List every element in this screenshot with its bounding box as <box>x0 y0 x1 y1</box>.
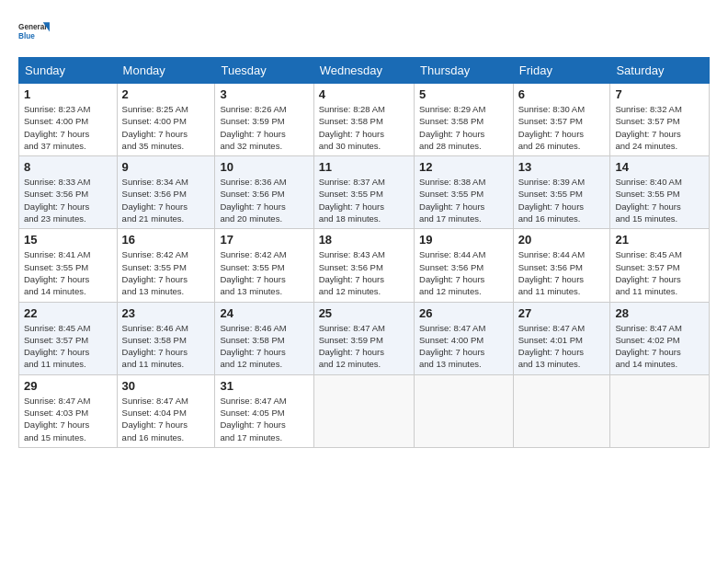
calendar-dow-sunday: Sunday <box>19 58 118 84</box>
calendar-cell: 28Sunrise: 8:47 AM Sunset: 4:02 PM Dayli… <box>610 302 710 374</box>
calendar-cell: 2Sunrise: 8:25 AM Sunset: 4:00 PM Daylig… <box>117 84 215 156</box>
day-number: 20 <box>518 233 606 247</box>
calendar-header-row: SundayMondayTuesdayWednesdayThursdayFrid… <box>19 58 710 84</box>
day-number: 5 <box>419 87 508 101</box>
day-info: Sunrise: 8:46 AM Sunset: 3:58 PM Dayligh… <box>122 322 210 371</box>
calendar-cell: 18Sunrise: 8:43 AM Sunset: 3:56 PM Dayli… <box>313 229 414 302</box>
calendar-dow-tuesday: Tuesday <box>215 58 313 84</box>
day-number: 4 <box>319 87 409 101</box>
calendar-week-2: 8Sunrise: 8:33 AM Sunset: 3:56 PM Daylig… <box>19 156 710 229</box>
day-number: 29 <box>24 379 112 393</box>
day-number: 12 <box>419 160 508 174</box>
day-number: 8 <box>24 160 112 174</box>
day-info: Sunrise: 8:41 AM Sunset: 3:55 PM Dayligh… <box>24 248 112 297</box>
day-number: 18 <box>319 233 409 247</box>
calendar-cell: 17Sunrise: 8:42 AM Sunset: 3:55 PM Dayli… <box>215 229 313 302</box>
calendar-cell: 11Sunrise: 8:37 AM Sunset: 3:55 PM Dayli… <box>313 156 414 229</box>
svg-text:General: General <box>18 23 47 31</box>
calendar-cell: 30Sunrise: 8:47 AM Sunset: 4:04 PM Dayli… <box>117 374 215 447</box>
calendar-cell: 19Sunrise: 8:44 AM Sunset: 3:56 PM Dayli… <box>415 229 514 302</box>
header: GeneralBlue <box>18 15 710 48</box>
calendar-week-4: 22Sunrise: 8:45 AM Sunset: 3:57 PM Dayli… <box>19 302 710 374</box>
day-info: Sunrise: 8:29 AM Sunset: 3:58 PM Dayligh… <box>419 103 508 152</box>
calendar-cell: 14Sunrise: 8:40 AM Sunset: 3:55 PM Dayli… <box>610 156 710 229</box>
calendar-dow-friday: Friday <box>513 58 610 84</box>
day-info: Sunrise: 8:34 AM Sunset: 3:56 PM Dayligh… <box>122 176 210 224</box>
day-number: 7 <box>615 87 704 101</box>
day-number: 13 <box>518 160 606 174</box>
day-info: Sunrise: 8:44 AM Sunset: 3:56 PM Dayligh… <box>518 248 606 297</box>
day-info: Sunrise: 8:47 AM Sunset: 4:03 PM Dayligh… <box>24 395 112 443</box>
calendar-dow-thursday: Thursday <box>415 58 514 84</box>
calendar-cell <box>313 374 414 447</box>
day-info: Sunrise: 8:39 AM Sunset: 3:55 PM Dayligh… <box>518 176 606 224</box>
day-info: Sunrise: 8:32 AM Sunset: 3:57 PM Dayligh… <box>615 103 704 152</box>
day-info: Sunrise: 8:43 AM Sunset: 3:56 PM Dayligh… <box>319 248 409 297</box>
calendar-cell: 8Sunrise: 8:33 AM Sunset: 3:56 PM Daylig… <box>19 156 118 229</box>
calendar-cell: 20Sunrise: 8:44 AM Sunset: 3:56 PM Dayli… <box>513 229 610 302</box>
calendar-cell: 29Sunrise: 8:47 AM Sunset: 4:03 PM Dayli… <box>19 374 118 447</box>
calendar-cell: 21Sunrise: 8:45 AM Sunset: 3:57 PM Dayli… <box>610 229 710 302</box>
calendar-cell: 6Sunrise: 8:30 AM Sunset: 3:57 PM Daylig… <box>513 84 610 156</box>
calendar-table: SundayMondayTuesdayWednesdayThursdayFrid… <box>18 57 710 448</box>
calendar-cell: 27Sunrise: 8:47 AM Sunset: 4:01 PM Dayli… <box>513 302 610 374</box>
calendar-cell: 24Sunrise: 8:46 AM Sunset: 3:58 PM Dayli… <box>215 302 313 374</box>
day-info: Sunrise: 8:47 AM Sunset: 4:00 PM Dayligh… <box>419 322 508 371</box>
day-info: Sunrise: 8:44 AM Sunset: 3:56 PM Dayligh… <box>419 248 508 297</box>
day-number: 25 <box>319 306 409 320</box>
calendar-cell <box>513 374 610 447</box>
calendar-cell: 15Sunrise: 8:41 AM Sunset: 3:55 PM Dayli… <box>19 229 118 302</box>
calendar-cell: 13Sunrise: 8:39 AM Sunset: 3:55 PM Dayli… <box>513 156 610 229</box>
calendar-cell: 23Sunrise: 8:46 AM Sunset: 3:58 PM Dayli… <box>117 302 215 374</box>
day-number: 16 <box>122 233 210 247</box>
calendar-cell: 5Sunrise: 8:29 AM Sunset: 3:58 PM Daylig… <box>415 84 514 156</box>
day-number: 19 <box>419 233 508 247</box>
day-number: 3 <box>220 87 308 101</box>
day-number: 22 <box>24 306 112 320</box>
day-info: Sunrise: 8:47 AM Sunset: 4:05 PM Dayligh… <box>220 395 308 443</box>
day-number: 27 <box>518 306 606 320</box>
day-info: Sunrise: 8:42 AM Sunset: 3:55 PM Dayligh… <box>122 248 210 297</box>
calendar-cell: 16Sunrise: 8:42 AM Sunset: 3:55 PM Dayli… <box>117 229 215 302</box>
day-number: 24 <box>220 306 308 320</box>
day-info: Sunrise: 8:26 AM Sunset: 3:59 PM Dayligh… <box>220 103 308 152</box>
calendar-cell: 12Sunrise: 8:38 AM Sunset: 3:55 PM Dayli… <box>415 156 514 229</box>
day-info: Sunrise: 8:42 AM Sunset: 3:55 PM Dayligh… <box>220 248 308 297</box>
svg-text:Blue: Blue <box>18 32 35 40</box>
calendar-cell: 26Sunrise: 8:47 AM Sunset: 4:00 PM Dayli… <box>415 302 514 374</box>
day-number: 14 <box>615 160 704 174</box>
calendar-cell: 25Sunrise: 8:47 AM Sunset: 3:59 PM Dayli… <box>313 302 414 374</box>
calendar-cell: 10Sunrise: 8:36 AM Sunset: 3:56 PM Dayli… <box>215 156 313 229</box>
logo-icon: GeneralBlue <box>18 15 51 48</box>
day-number: 9 <box>122 160 210 174</box>
calendar-cell <box>610 374 710 447</box>
calendar-week-5: 29Sunrise: 8:47 AM Sunset: 4:03 PM Dayli… <box>19 374 710 447</box>
day-number: 31 <box>220 379 308 393</box>
day-info: Sunrise: 8:45 AM Sunset: 3:57 PM Dayligh… <box>615 248 704 297</box>
day-info: Sunrise: 8:28 AM Sunset: 3:58 PM Dayligh… <box>319 103 409 152</box>
day-number: 2 <box>122 87 210 101</box>
day-number: 28 <box>615 306 704 320</box>
logo: GeneralBlue <box>18 15 51 48</box>
calendar-dow-saturday: Saturday <box>610 58 710 84</box>
day-number: 6 <box>518 87 606 101</box>
calendar-dow-monday: Monday <box>117 58 215 84</box>
calendar-dow-wednesday: Wednesday <box>313 58 414 84</box>
day-number: 23 <box>122 306 210 320</box>
day-info: Sunrise: 8:37 AM Sunset: 3:55 PM Dayligh… <box>319 176 409 224</box>
day-info: Sunrise: 8:47 AM Sunset: 3:59 PM Dayligh… <box>319 322 409 371</box>
day-number: 1 <box>24 87 112 101</box>
day-info: Sunrise: 8:45 AM Sunset: 3:57 PM Dayligh… <box>24 322 112 371</box>
day-number: 10 <box>220 160 308 174</box>
page: GeneralBlue SundayMondayTuesdayWednesday… <box>0 0 728 563</box>
calendar-week-3: 15Sunrise: 8:41 AM Sunset: 3:55 PM Dayli… <box>19 229 710 302</box>
day-info: Sunrise: 8:23 AM Sunset: 4:00 PM Dayligh… <box>24 103 112 152</box>
day-info: Sunrise: 8:40 AM Sunset: 3:55 PM Dayligh… <box>615 176 704 224</box>
calendar-cell: 7Sunrise: 8:32 AM Sunset: 3:57 PM Daylig… <box>610 84 710 156</box>
calendar-week-1: 1Sunrise: 8:23 AM Sunset: 4:00 PM Daylig… <box>19 84 710 156</box>
calendar-cell: 4Sunrise: 8:28 AM Sunset: 3:58 PM Daylig… <box>313 84 414 156</box>
day-info: Sunrise: 8:25 AM Sunset: 4:00 PM Dayligh… <box>122 103 210 152</box>
calendar-cell: 1Sunrise: 8:23 AM Sunset: 4:00 PM Daylig… <box>19 84 118 156</box>
calendar-cell: 9Sunrise: 8:34 AM Sunset: 3:56 PM Daylig… <box>117 156 215 229</box>
day-info: Sunrise: 8:47 AM Sunset: 4:04 PM Dayligh… <box>122 395 210 443</box>
